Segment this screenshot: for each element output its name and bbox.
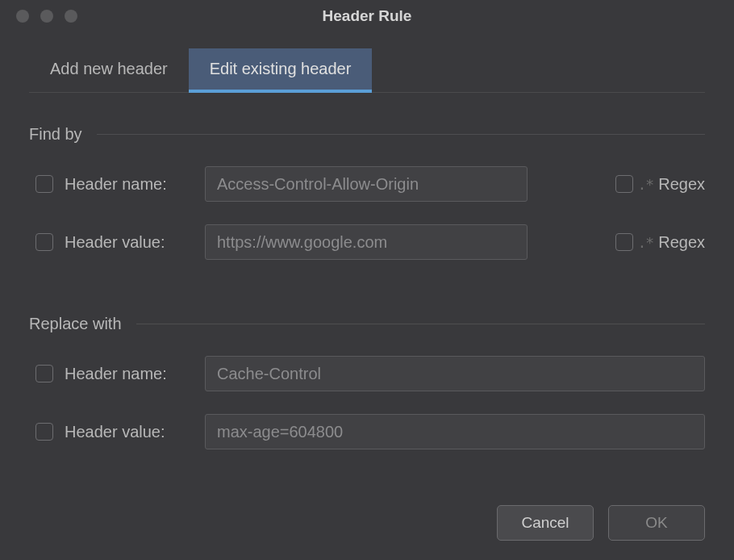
checkbox-regex-find-name[interactable] (615, 175, 633, 193)
ok-button[interactable]: OK (608, 505, 705, 541)
checkbox-replace-header-name[interactable] (35, 365, 53, 382)
close-window-icon[interactable] (16, 10, 29, 23)
section-header-find: Find by (29, 125, 705, 144)
label-find-header-name: Header name: (65, 175, 194, 194)
regex-group-find-name: .* Regex (615, 175, 706, 194)
tab-edit-existing-header[interactable]: Edit existing header (189, 48, 373, 93)
dialog-footer: Cancel OK (0, 505, 734, 560)
label-replace-header-value: Header value: (65, 423, 194, 441)
minimize-window-icon[interactable] (40, 10, 53, 23)
section-replace-with: Replace with Header name: Header value: (29, 315, 705, 472)
titlebar: Header Rule (0, 0, 734, 32)
row-replace-header-value: Header value: (29, 414, 705, 449)
row-find-header-name: Header name: .* Regex (29, 166, 705, 202)
checkbox-find-header-name[interactable] (35, 175, 53, 193)
label-regex-find-value: Regex (658, 233, 705, 252)
tab-add-new-header[interactable]: Add new header (29, 48, 189, 93)
section-legend-replace: Replace with (29, 315, 122, 333)
maximize-window-icon[interactable] (65, 10, 77, 23)
input-find-header-name[interactable] (205, 166, 528, 202)
regex-icon: .* (638, 234, 654, 251)
dialog-window: Header Rule Add new header Edit existing… (0, 0, 734, 560)
window-title: Header Rule (0, 7, 734, 25)
section-legend-find: Find by (29, 125, 82, 144)
checkbox-regex-find-value[interactable] (615, 233, 633, 251)
row-replace-header-name: Header name: (29, 356, 705, 391)
section-header-replace: Replace with (29, 315, 705, 333)
regex-icon: .* (638, 176, 654, 193)
input-replace-header-value[interactable] (205, 414, 705, 449)
label-replace-header-name: Header name: (65, 365, 194, 383)
checkbox-replace-header-value[interactable] (35, 423, 53, 441)
input-replace-header-name[interactable] (205, 356, 705, 391)
cancel-button[interactable]: Cancel (497, 505, 594, 541)
label-regex-find-name: Regex (658, 175, 705, 194)
divider (97, 134, 705, 135)
section-find-by: Find by Header name: .* Regex Header val… (29, 125, 705, 282)
divider (136, 324, 705, 324)
row-find-header-value: Header value: .* Regex (29, 224, 705, 260)
checkbox-find-header-value[interactable] (35, 233, 53, 251)
label-find-header-value: Header value: (65, 233, 194, 252)
dialog-content: Add new header Edit existing header Find… (0, 32, 734, 505)
tab-bar: Add new header Edit existing header (29, 48, 705, 93)
regex-group-find-value: .* Regex (615, 233, 706, 252)
window-controls (16, 10, 77, 23)
input-find-header-value[interactable] (205, 224, 528, 260)
